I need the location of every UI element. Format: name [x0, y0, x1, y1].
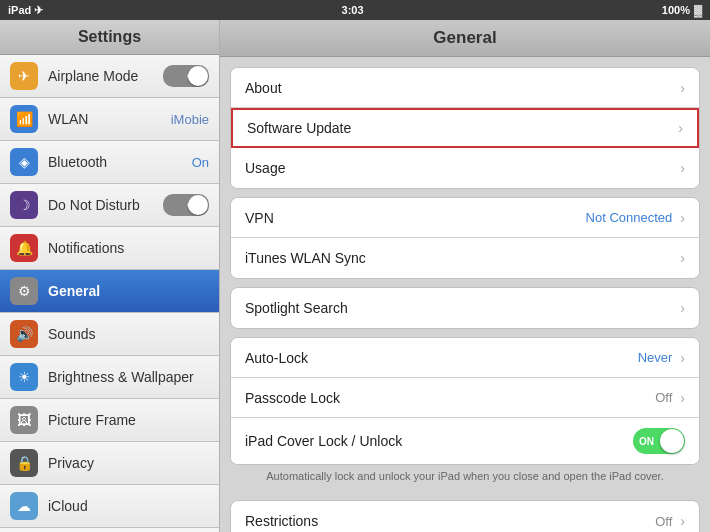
itunes-wlan-label: iTunes WLAN Sync	[245, 250, 678, 266]
software-update-chevron: ›	[678, 120, 683, 136]
notifications-label: Notifications	[48, 240, 209, 256]
ipad-label: iPad ✈	[8, 4, 43, 17]
toggle-on-text: ON	[639, 436, 654, 447]
battery-icon: ▓	[694, 4, 702, 16]
restrictions-chevron: ›	[680, 513, 685, 529]
row-spotlight[interactable]: Spotlight Search ›	[231, 288, 699, 328]
content-area: General About › Software Update › Usage …	[220, 20, 710, 532]
sidebar-item-airplane-mode[interactable]: ✈Airplane ModeOFF	[0, 55, 219, 98]
spotlight-chevron: ›	[680, 300, 685, 316]
settings-group-1: About › Software Update › Usage ›	[230, 67, 700, 189]
wlan-icon: 📶	[10, 105, 38, 133]
row-vpn[interactable]: VPN Not Connected ›	[231, 198, 699, 238]
row-software-update[interactable]: Software Update ›	[231, 108, 699, 148]
sounds-icon: 🔊	[10, 320, 38, 348]
settings-group-2: VPN Not Connected › iTunes WLAN Sync ›	[230, 197, 700, 279]
sidebar-items-list: ✈Airplane ModeOFF📶WLANiMobie◈BluetoothOn…	[0, 55, 219, 532]
sidebar-item-bluetooth[interactable]: ◈BluetoothOn	[0, 141, 219, 184]
privacy-icon: 🔒	[10, 449, 38, 477]
usage-chevron: ›	[680, 160, 685, 176]
passcode-chevron: ›	[680, 390, 685, 406]
vpn-value: Not Connected	[586, 210, 673, 225]
settings-group-3: Spotlight Search ›	[230, 287, 700, 329]
auto-lock-chevron: ›	[680, 350, 685, 366]
software-update-label: Software Update	[247, 120, 676, 136]
row-auto-lock[interactable]: Auto-Lock Never ›	[231, 338, 699, 378]
airplane-mode-toggle[interactable]: OFF	[163, 65, 209, 87]
status-time: 3:03	[342, 4, 364, 16]
row-about[interactable]: About ›	[231, 68, 699, 108]
brightness-icon: ☀	[10, 363, 38, 391]
settings-group-4: Auto-Lock Never › Passcode Lock Off › iP…	[230, 337, 700, 465]
notifications-icon: 🔔	[10, 234, 38, 262]
settings-group-5: Restrictions Off ›	[230, 500, 700, 532]
passcode-label: Passcode Lock	[245, 390, 655, 406]
sounds-label: Sounds	[48, 326, 209, 342]
restrictions-label: Restrictions	[245, 513, 655, 529]
row-itunes-wlan[interactable]: iTunes WLAN Sync ›	[231, 238, 699, 278]
sidebar-item-picture-frame[interactable]: 🖼Picture Frame	[0, 399, 219, 442]
sidebar-item-sounds[interactable]: 🔊Sounds	[0, 313, 219, 356]
picture-frame-icon: 🖼	[10, 406, 38, 434]
bluetooth-icon: ◈	[10, 148, 38, 176]
sidebar: Settings ✈Airplane ModeOFF📶WLANiMobie◈Bl…	[0, 20, 220, 532]
sidebar-item-wlan[interactable]: 📶WLANiMobie	[0, 98, 219, 141]
airplane-mode-label: Airplane Mode	[48, 68, 163, 84]
row-ipad-cover[interactable]: iPad Cover Lock / Unlock ON	[231, 418, 699, 464]
do-not-disturb-label: Do Not Disturb	[48, 197, 163, 213]
sidebar-item-do-not-disturb[interactable]: ☽Do Not DisturbOFF	[0, 184, 219, 227]
usage-label: Usage	[245, 160, 678, 176]
privacy-label: Privacy	[48, 455, 209, 471]
sidebar-item-general[interactable]: ⚙General	[0, 270, 219, 313]
auto-lock-label: Auto-Lock	[245, 350, 638, 366]
picture-frame-label: Picture Frame	[48, 412, 209, 428]
ipad-cover-label: iPad Cover Lock / Unlock	[245, 433, 633, 449]
row-restrictions[interactable]: Restrictions Off ›	[231, 501, 699, 532]
sidebar-item-notifications[interactable]: 🔔Notifications	[0, 227, 219, 270]
sidebar-item-mail[interactable]: ✉Mail, Contacts, Calendars	[0, 528, 219, 532]
sidebar-item-icloud[interactable]: ☁iCloud	[0, 485, 219, 528]
sidebar-item-brightness[interactable]: ☀Brightness & Wallpaper	[0, 356, 219, 399]
itunes-wlan-chevron: ›	[680, 250, 685, 266]
about-chevron: ›	[680, 80, 685, 96]
status-right: 100% ▓	[662, 4, 702, 16]
main-container: Settings ✈Airplane ModeOFF📶WLANiMobie◈Bl…	[0, 20, 710, 532]
general-icon: ⚙	[10, 277, 38, 305]
content-title: General	[220, 20, 710, 57]
row-usage[interactable]: Usage ›	[231, 148, 699, 188]
ipad-cover-toggle[interactable]: ON	[633, 428, 685, 454]
spotlight-label: Spotlight Search	[245, 300, 678, 316]
status-left: iPad ✈	[8, 4, 43, 17]
sidebar-item-privacy[interactable]: 🔒Privacy	[0, 442, 219, 485]
auto-lock-value: Never	[638, 350, 673, 365]
battery-text: 100%	[662, 4, 690, 16]
ipad-cover-note: Automatically lock and unlock your iPad …	[220, 465, 710, 490]
wlan-value: iMobie	[171, 112, 209, 127]
restrictions-value: Off	[655, 514, 672, 529]
bluetooth-value: On	[192, 155, 209, 170]
do-not-disturb-icon: ☽	[10, 191, 38, 219]
vpn-chevron: ›	[680, 210, 685, 226]
row-passcode-lock[interactable]: Passcode Lock Off ›	[231, 378, 699, 418]
passcode-value: Off	[655, 390, 672, 405]
wlan-label: WLAN	[48, 111, 171, 127]
sidebar-title: Settings	[0, 20, 219, 55]
general-label: General	[48, 283, 209, 299]
about-label: About	[245, 80, 678, 96]
icloud-label: iCloud	[48, 498, 209, 514]
bluetooth-label: Bluetooth	[48, 154, 192, 170]
status-bar: iPad ✈ 3:03 100% ▓	[0, 0, 710, 20]
vpn-label: VPN	[245, 210, 586, 226]
toggle-knob	[660, 429, 684, 453]
icloud-icon: ☁	[10, 492, 38, 520]
brightness-label: Brightness & Wallpaper	[48, 369, 209, 385]
airplane-mode-icon: ✈	[10, 62, 38, 90]
do-not-disturb-toggle[interactable]: OFF	[163, 194, 209, 216]
